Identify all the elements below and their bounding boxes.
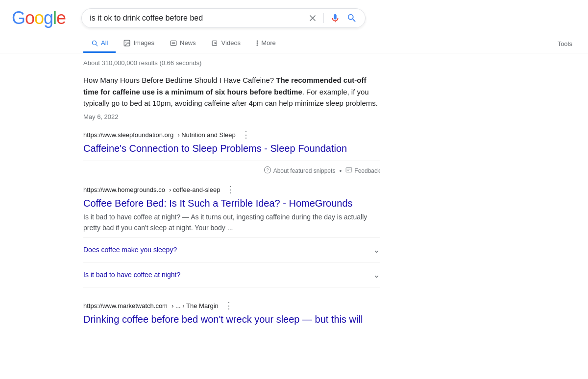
snippet-breadcrumb: › Nutrition and Sleep [177, 131, 236, 139]
logo-letter-g2: g [44, 8, 53, 28]
result-1-breadcrumb: › ... › The Margin [172, 302, 219, 309]
results-area: About 310,000,000 results (0.66 seconds)… [0, 53, 392, 349]
search-bar [81, 8, 366, 28]
snippet-url: https://www.sleepfoundation.org [83, 131, 173, 139]
snippet-footer: ? About featured snippets • Feedback [83, 161, 380, 175]
result-1-url: https://www.marketwatch.com [83, 302, 168, 309]
all-tab-icon [91, 40, 98, 47]
tab-videos-label: Videos [221, 39, 241, 47]
snippet-about[interactable]: ? About featured snippets [264, 166, 336, 175]
news-tab-icon [170, 40, 177, 47]
logo-letter-o1: o [25, 8, 34, 28]
svg-point-9 [257, 40, 258, 42]
more-tab-icon [256, 40, 258, 47]
question-circle-icon: ? [264, 166, 271, 175]
result-0-title-link[interactable]: Coffee Before Bed: Is It Such a Terrible… [83, 197, 380, 210]
videos-tab-icon [212, 40, 219, 47]
tab-more-label: More [261, 39, 276, 47]
featured-snippet: How Many Hours Before Bedtime Should I H… [83, 74, 380, 175]
svg-rect-14 [346, 167, 352, 172]
faq-item-1[interactable]: Is it bad to have coffee at night? ⌄ [83, 262, 380, 287]
about-snippets-label: About featured snippets [273, 167, 336, 174]
result-1-title-link[interactable]: Drinking coffee before bed won't wreck y… [83, 313, 380, 326]
result-0-url: https://www.homegrounds.co [83, 186, 165, 193]
tab-images-label: Images [133, 39, 154, 47]
snippet-text-part-1: How Many Hours Before Bedtime Should I H… [83, 76, 276, 84]
result-0-url-row: https://www.homegrounds.co › coffee-and-… [83, 183, 380, 196]
result-1-more-options[interactable]: ⋮ [222, 299, 235, 312]
feedback-btn[interactable]: Feedback [345, 166, 380, 175]
tab-all[interactable]: All [83, 34, 116, 53]
header: Google [0, 0, 588, 28]
snippet-date: May 6, 2022 [83, 113, 380, 120]
faq-question-0: Does coffee make you sleepy? [83, 246, 177, 254]
svg-rect-4 [171, 41, 176, 45]
results-stats: About 310,000,000 results (0.66 seconds) [83, 59, 380, 67]
svg-line-1 [96, 44, 98, 46]
result-item-0: https://www.homegrounds.co › coffee-and-… [83, 183, 380, 287]
svg-point-11 [257, 44, 258, 46]
snippet-url-row: https://www.sleepfoundation.org › Nutrit… [83, 128, 380, 141]
tab-news[interactable]: News [162, 34, 204, 53]
tab-videos[interactable]: Videos [204, 34, 249, 53]
footer-separator: • [339, 167, 342, 175]
result-0-description: Is it bad to have coffee at night? — As … [83, 212, 380, 233]
result-item-1: https://www.marketwatch.com › ... › The … [83, 299, 380, 326]
clear-button[interactable] [308, 13, 318, 23]
snippet-text: How Many Hours Before Bedtime Should I H… [83, 74, 380, 109]
tab-images[interactable]: Images [116, 34, 162, 53]
voice-search-button[interactable] [330, 13, 341, 24]
faq-chevron-0: ⌄ [373, 244, 380, 255]
feedback-label: Feedback [354, 167, 380, 174]
svg-point-10 [257, 42, 258, 44]
logo-letter-e: e [56, 8, 66, 28]
tab-all-label: All [101, 39, 108, 47]
images-tab-icon [123, 40, 130, 47]
svg-point-3 [126, 42, 127, 43]
tab-news-label: News [180, 39, 196, 47]
search-nav: All Images News Videos More Tools [0, 30, 588, 53]
result-0-more-options[interactable]: ⋮ [224, 183, 237, 196]
result-0-faqs: Does coffee make you sleepy? ⌄ Is it bad… [83, 237, 380, 287]
search-bar-icons [308, 13, 357, 24]
result-0-breadcrumb: › coffee-and-sleep [169, 186, 220, 193]
result-1-url-row: https://www.marketwatch.com › ... › The … [83, 299, 380, 312]
svg-text:?: ? [266, 167, 269, 172]
feedback-icon [345, 166, 352, 175]
faq-chevron-1: ⌄ [373, 269, 380, 280]
logo-letter-g: G [12, 8, 25, 28]
logo-letter-o2: o [34, 8, 44, 28]
snippet-source-block: https://www.sleepfoundation.org › Nutrit… [83, 128, 380, 155]
faq-question-1: Is it bad to have coffee at night? [83, 271, 180, 279]
tab-more[interactable]: More [248, 34, 284, 53]
tools-button[interactable]: Tools [554, 35, 576, 52]
search-input[interactable] [90, 14, 304, 23]
search-divider [323, 13, 324, 23]
svg-marker-8 [214, 42, 217, 44]
faq-item-0[interactable]: Does coffee make you sleepy? ⌄ [83, 237, 380, 262]
snippet-title-link[interactable]: Caffeine's Connection to Sleep Problems … [83, 142, 380, 155]
google-logo[interactable]: Google [12, 8, 66, 28]
search-submit-button[interactable] [346, 13, 357, 24]
snippet-more-options[interactable]: ⋮ [240, 128, 252, 141]
